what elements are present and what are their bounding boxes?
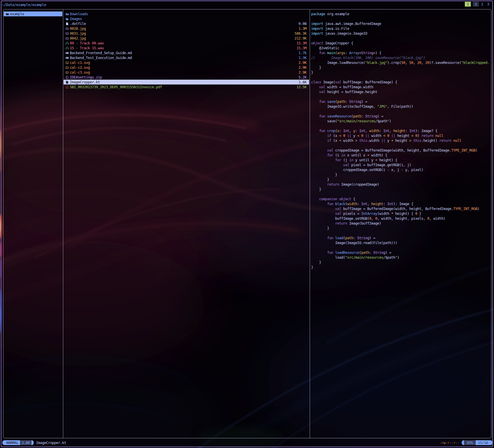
tab-4[interactable]: 3 [485, 2, 491, 7]
file-row[interactable]: .dotfile0.0B [64, 21, 309, 26]
code-token: ) = [385, 250, 391, 255]
code-token [311, 138, 327, 143]
code-token: null [435, 133, 443, 138]
file-row[interactable]: 09 - Track 09.wav15.3M [64, 41, 309, 46]
file-row[interactable]: cal-c2.svg2.9K [64, 65, 309, 70]
folder-icon [6, 12, 9, 16]
file-row[interactable]: Images [64, 16, 309, 21]
permission-char: - [455, 441, 457, 445]
file-row[interactable]: 15 - Track 15.wav15.3M [64, 46, 309, 50]
code-token: || [391, 133, 395, 138]
code-line: companion object { [311, 197, 491, 201]
code-token: val [319, 85, 325, 89]
code-token: Int [383, 129, 389, 133]
code-line: val pixel = buffImage.getRGB(i, j) [311, 162, 491, 167]
tab-bar: 1123 [1, 2, 492, 7]
file-row[interactable]: 0042.jpg212.9K [64, 36, 309, 41]
code-line: val buffImage = BufferedImage(width, hei… [311, 206, 491, 211]
code-token: buffImage = BufferedImage(width, height,… [341, 207, 453, 211]
code-token: val [335, 207, 341, 211]
code-token: x until x [345, 153, 367, 157]
code-line: Image.loadResource("black.jpg").crop(50,… [311, 60, 491, 65]
code-token [413, 133, 415, 138]
file-name: cal-c3.svg [70, 70, 90, 75]
code-token: fun [327, 250, 333, 255]
code-line: } [311, 187, 491, 192]
code-token: path [337, 99, 345, 104]
headphones-icon [66, 46, 69, 50]
screen: {"header":{"path":"~/Data/example/exampl… [0, 0, 494, 448]
file-size: 2.9K [299, 60, 307, 65]
folder-open-icon [66, 17, 69, 21]
code-token: , [365, 129, 369, 133]
tab-2[interactable]: 1 [473, 2, 479, 7]
code-line: fun save(path: String) = [311, 99, 491, 104]
cursor-position: 15/16 [476, 440, 490, 445]
code-token [311, 202, 327, 206]
code-token: object [311, 41, 323, 45]
code-line: if (x + width > this.width || y + height… [311, 138, 491, 143]
file-name: Backend_Frontend_Setup_Guide.md [70, 50, 132, 55]
image-icon [66, 27, 69, 30]
code-token: String [365, 114, 377, 118]
code-token: + [391, 138, 393, 143]
code-token: height [393, 129, 405, 133]
code-token: .width [367, 138, 381, 143]
code-token: "src/main/resources/ [337, 119, 377, 123]
file-name: example [10, 11, 24, 16]
code-line: fun loadResource(path: String) = [311, 250, 491, 255]
code-token: height [395, 133, 411, 138]
code-token: , width) [429, 216, 445, 221]
file-row[interactable]: Backend_Frontend_Setup_Guide.md1.7K [64, 50, 309, 55]
code-line: } [311, 177, 491, 182]
tab-3[interactable]: 2 [479, 2, 485, 7]
file-row[interactable]: SBI_0032013739_2023_DE05_0003155631Invoi… [64, 85, 309, 89]
code-token [311, 221, 335, 225]
permission-char: r [447, 441, 449, 445]
code-token: fun [327, 236, 333, 240]
code-line [311, 231, 491, 235]
code-token: Image(ImageIO.read(File(path))) [311, 241, 397, 245]
terminal-window: ~/Data/example/example 1123 example Down… [1, 1, 493, 447]
code-token: in [349, 158, 353, 162]
file-name: Backend_Test_Execution_Guide.md [70, 55, 132, 60]
code-token: 0 [415, 211, 417, 216]
file-row[interactable]: Backend_Test_Execution_Guide.md1.3K [64, 55, 309, 60]
file-row[interactable]: cal-c3.svg2.9K [64, 70, 309, 75]
code-token [345, 133, 347, 138]
code-token: ) [417, 133, 421, 138]
permission-char: r [441, 441, 443, 445]
code-token: package [311, 12, 325, 16]
file-size: 2.9K [299, 70, 307, 75]
code-token [311, 182, 327, 186]
file-size: 5.2K [299, 75, 307, 80]
code-token: : [369, 250, 373, 255]
file-row[interactable]: example [4, 11, 62, 16]
file-row[interactable]: Downloads [64, 11, 309, 16]
code-token: Array [349, 51, 359, 55]
file-row[interactable]: 0028.jpg1.3M [64, 26, 309, 31]
code-token: Image(buffImage) [347, 221, 381, 225]
code-token: TYPE_INT_RGB [453, 207, 477, 211]
code-token: height [371, 202, 383, 206]
code-token: this [413, 138, 421, 143]
file-row[interactable]: 0031.jpg586.3K [64, 31, 309, 36]
file-size-badge: 1.6K [20, 440, 31, 445]
code-token: fun [319, 99, 325, 104]
file-row[interactable]: cal-c1.svg2.9K [64, 60, 309, 65]
tab-1[interactable]: 1 [465, 2, 471, 7]
code-token: if [327, 138, 331, 143]
code-token [333, 250, 335, 255]
code-line [311, 75, 491, 80]
file-size: 15.3M [297, 41, 307, 46]
code-token: || [381, 138, 385, 143]
file-row[interactable]: ImageCropper.kt1.6K [64, 80, 309, 85]
code-token [311, 99, 319, 104]
code-token [337, 197, 339, 201]
code-line: val pixels = IntArray(width * height) { … [311, 211, 491, 216]
code-line: } [311, 265, 491, 270]
code-token: Image( [321, 80, 335, 84]
file-row[interactable]: IDEAsettings.zip5.2K [64, 75, 309, 80]
code-token: width [369, 129, 379, 133]
file-manager-panes: example DownloadsImages.dotfile0.0B0028.… [3, 9, 491, 438]
